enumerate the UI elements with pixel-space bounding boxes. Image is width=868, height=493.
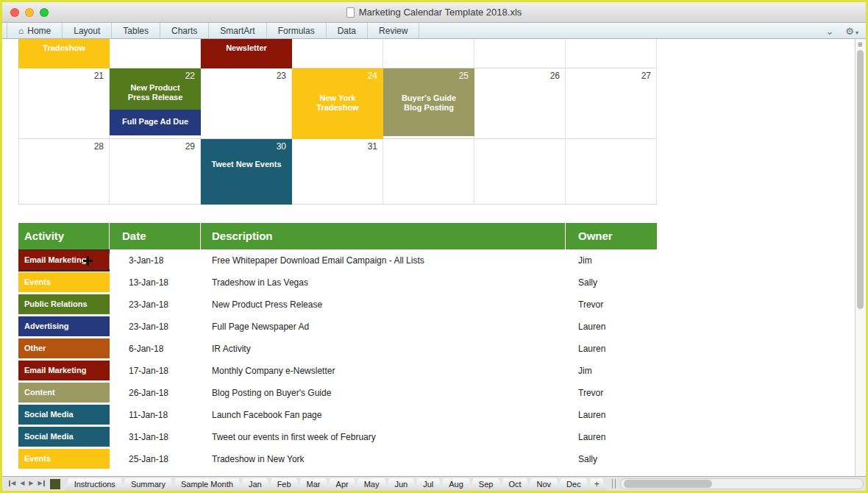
activity-label[interactable]: Events (18, 449, 110, 469)
description-cell[interactable]: Monthly Company e-Newsletter (201, 360, 566, 382)
description-cell[interactable]: IR Activity (201, 338, 566, 360)
date-cell[interactable]: 13-Jan-18 (110, 272, 201, 294)
calendar-cell[interactable] (110, 39, 201, 68)
sheet-tab-oct[interactable]: Oct (499, 478, 530, 491)
sheet-tab-nov[interactable]: Nov (527, 478, 561, 491)
activity-label[interactable]: Social Media (18, 405, 110, 425)
ribbon-tab-tables[interactable]: Tables (112, 23, 160, 38)
ribbon-tab-formulas[interactable]: Formulas (267, 23, 327, 38)
activity-label[interactable]: Social Media (18, 427, 110, 447)
first-sheet-button[interactable]: ◀ (9, 480, 15, 486)
owner-cell[interactable]: Trevor (566, 294, 657, 316)
activity-cell[interactable]: Other (18, 338, 110, 360)
calendar-cell[interactable] (383, 139, 474, 204)
date-cell[interactable]: 23-Jan-18 (110, 294, 201, 316)
owner-cell[interactable]: Sally (566, 272, 657, 294)
description-cell[interactable]: Blog Posting on Buyer's Guide (201, 382, 566, 404)
activity-cell[interactable]: Content (18, 382, 110, 404)
sheet-tab-summary[interactable]: Summary (121, 478, 175, 491)
last-sheet-button[interactable]: ▶ (38, 480, 44, 486)
add-sheet-button[interactable]: + (587, 478, 607, 491)
collapse-ribbon-icon[interactable]: ⌄ (825, 26, 833, 37)
sheet-tab-jul[interactable]: Jul (413, 478, 443, 491)
activity-cell[interactable]: Public Relations (18, 294, 110, 316)
calendar-cell[interactable] (474, 139, 566, 204)
minimize-button[interactable] (25, 8, 34, 17)
date-cell[interactable]: 25-Jan-18 (110, 448, 201, 470)
description-cell[interactable]: Full Page Newspaper Ad (201, 316, 566, 338)
owner-cell[interactable]: Lauren (566, 404, 657, 426)
next-sheet-button[interactable]: ▶ (29, 480, 33, 486)
owner-cell[interactable]: Lauren (566, 426, 657, 448)
ribbon-tab-layout[interactable]: Layout (63, 23, 112, 38)
description-cell[interactable]: Tradeshow in New York (201, 448, 566, 470)
owner-cell[interactable]: Trevor (566, 382, 657, 404)
horizontal-scrollbar[interactable] (620, 478, 864, 489)
zoom-button[interactable] (40, 8, 49, 17)
calendar-cell[interactable] (383, 39, 474, 68)
owner-cell[interactable]: Sally (566, 448, 657, 470)
activity-label[interactable]: Email Marketing (18, 361, 110, 380)
ribbon-tab-charts[interactable]: Charts (160, 23, 209, 38)
close-button[interactable] (10, 8, 19, 17)
ribbon-tab-home[interactable]: ⌂Home (7, 23, 63, 38)
activity-cell[interactable]: Email Marketing (18, 360, 110, 382)
sheet-tab-sep[interactable]: Sep (469, 478, 503, 491)
date-cell[interactable]: 26-Jan-18 (110, 382, 201, 404)
activity-cell[interactable]: Social Media (18, 426, 110, 448)
sheet-tab-aug[interactable]: Aug (439, 478, 473, 491)
description-cell[interactable]: New Product Press Release (201, 294, 566, 316)
activity-cell[interactable]: Email Marketing▲▼ (18, 249, 110, 272)
owner-cell[interactable]: Jim (566, 360, 657, 382)
activity-label[interactable]: Other (18, 338, 110, 358)
owner-cell[interactable]: Lauren (566, 338, 657, 360)
activity-cell[interactable]: Advertising (18, 316, 110, 338)
description-cell[interactable]: Tweet our events in first week of Februa… (201, 426, 566, 448)
calendar-event[interactable]: Full Page Ad Due (110, 110, 201, 135)
sheet-tab-jun[interactable]: Jun (385, 478, 417, 491)
horizontal-scrollbar-thumb[interactable] (624, 480, 712, 488)
activity-label[interactable]: Content (18, 383, 110, 402)
description-cell[interactable]: Free Whitepaper Download Email Campaign … (201, 249, 566, 272)
sheet-tab-instructions[interactable]: Instructions (65, 478, 125, 491)
activity-label[interactable]: Public Relations (18, 294, 110, 314)
activity-cell[interactable]: Social Media (18, 404, 110, 426)
ribbon-tab-review[interactable]: Review (368, 23, 419, 38)
ribbon-settings-button[interactable]: ⚙▾ (845, 26, 858, 37)
calendar-event[interactable]: Newsletter (201, 39, 292, 68)
date-cell[interactable]: 23-Jan-18 (110, 316, 201, 338)
sheet-tab-jan[interactable]: Jan (239, 478, 271, 491)
calendar-cell[interactable] (566, 39, 657, 68)
sheet-tab-mar[interactable]: Mar (297, 478, 330, 491)
sheet-tab-may[interactable]: May (355, 478, 389, 491)
tab-strip-divider[interactable] (612, 479, 616, 489)
description-cell[interactable]: Launch Facebook Fan page (201, 404, 566, 426)
ribbon-tab-data[interactable]: Data (327, 23, 368, 38)
sheet-tab-apr[interactable]: Apr (327, 478, 358, 491)
owner-cell[interactable]: Jim (566, 249, 657, 272)
calendar-cell[interactable] (566, 139, 657, 204)
owner-cell[interactable]: Lauren (566, 316, 657, 338)
activity-cell[interactable]: Events (18, 272, 110, 294)
calendar-event[interactable]: Tradeshow (18, 39, 110, 68)
calendar-cell[interactable] (474, 39, 566, 68)
date-cell[interactable]: 11-Jan-18 (110, 404, 201, 426)
date-cell[interactable]: 17-Jan-18 (110, 360, 201, 382)
sheet-tab-dec[interactable]: Dec (557, 478, 591, 491)
description-cell[interactable]: Tradeshow in Las Vegas (201, 272, 566, 294)
date-cell[interactable]: 6-Jan-18 (110, 338, 201, 360)
menu-icon[interactable]: ≡ (858, 40, 862, 49)
vertical-scrollbar-thumb[interactable] (857, 50, 864, 309)
sheet-tab-sample-month[interactable]: Sample Month (171, 478, 243, 491)
activity-label[interactable]: Events (18, 272, 110, 292)
stepper-control[interactable]: ▲▼ (109, 253, 110, 269)
prev-sheet-button[interactable]: ◀ (20, 480, 24, 486)
activity-label[interactable]: Email Marketing (18, 250, 110, 270)
calendar-cell[interactable] (292, 39, 383, 68)
sheet-menu-button[interactable] (50, 479, 60, 489)
sheet-tab-feb[interactable]: Feb (268, 478, 301, 491)
activity-label[interactable]: Advertising (18, 316, 110, 336)
activity-cell[interactable]: Events (18, 448, 110, 470)
date-cell[interactable]: 31-Jan-18 (110, 426, 201, 448)
ribbon-tab-smartart[interactable]: SmartArt (209, 23, 266, 38)
